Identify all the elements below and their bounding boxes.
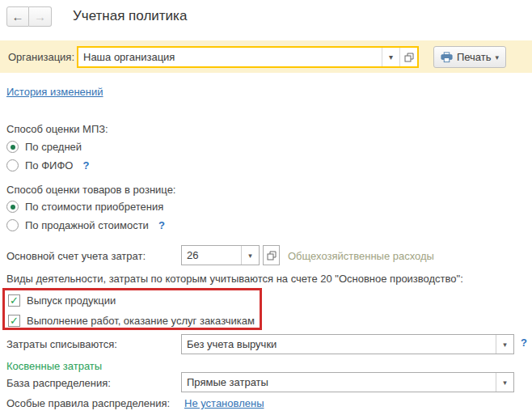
- back-button[interactable]: ←: [6, 6, 29, 27]
- indirect-costs-section-title: Косвенные затраты: [6, 360, 102, 372]
- chevron-down-icon: ▾: [503, 379, 507, 387]
- main-account-value[interactable]: 26: [182, 246, 241, 265]
- radio-label: По ФИФО: [25, 159, 73, 172]
- print-button-label: Печать: [457, 51, 492, 63]
- checkbox-vypusk-produkcii[interactable]: ✓ Выпуск продукции: [8, 294, 116, 307]
- checkbox-checked-icon: ✓: [8, 315, 20, 327]
- accounting-policy-window: ← → Учетная политика Организация: Наша о…: [0, 0, 532, 415]
- radio-selected-icon: [6, 201, 19, 213]
- forward-button[interactable]: →: [29, 6, 52, 27]
- activities-label: Виды деятельности, затраты по которым уч…: [6, 273, 463, 285]
- write-off-dropdown-button[interactable]: ▾: [496, 335, 513, 354]
- open-icon: [404, 53, 414, 62]
- main-account-open-button[interactable]: [263, 245, 280, 265]
- write-off-value[interactable]: Без учета выручки: [182, 335, 496, 354]
- organization-field[interactable]: Наша организация ▾: [77, 46, 419, 68]
- radio-po-fifo[interactable]: По ФИФО ?: [6, 159, 89, 172]
- open-icon: [267, 251, 277, 260]
- checkbox-vypolnenie-rabot[interactable]: ✓ Выполнение работ, оказание услуг заказ…: [8, 315, 255, 327]
- write-off-help-icon[interactable]: ?: [521, 337, 527, 349]
- check-icon: ✓: [10, 295, 19, 306]
- distribution-base-label: База распределения:: [6, 377, 111, 389]
- distribution-base-dropdown-button[interactable]: ▾: [496, 373, 513, 392]
- fifo-help-icon[interactable]: ?: [82, 159, 89, 172]
- special-rules-label: Особые правила распределения:: [6, 397, 170, 409]
- radio-po-sredney[interactable]: По средней: [6, 141, 82, 153]
- radio-unselected-icon: [6, 159, 19, 172]
- radio-po-prodazhnoy-stoimosti[interactable]: По продажной стоимости ?: [6, 219, 165, 231]
- checkbox-label: Выпуск продукции: [27, 294, 116, 307]
- back-arrow-icon: ←: [12, 10, 24, 23]
- org-label: Организация:: [8, 51, 74, 63]
- check-icon: ✓: [10, 315, 19, 326]
- checkbox-checked-icon: ✓: [8, 294, 20, 307]
- write-off-label: Затраты списываются:: [6, 338, 117, 350]
- radio-unselected-icon: [6, 219, 19, 231]
- retail-help-icon[interactable]: ?: [158, 219, 165, 231]
- page-title: Учетная политика: [73, 8, 187, 24]
- organization-value[interactable]: Наша организация: [78, 48, 382, 66]
- organization-open-button[interactable]: [399, 48, 417, 66]
- distribution-base-select[interactable]: Прямые затраты ▾: [181, 372, 514, 392]
- radio-label: По стоимости приобретения: [25, 201, 163, 213]
- forward-arrow-icon: →: [34, 10, 46, 23]
- nav-button-group: ← →: [6, 6, 52, 27]
- distribution-base-value[interactable]: Прямые затраты: [182, 373, 496, 392]
- main-account-dropdown-button[interactable]: ▾: [241, 246, 259, 265]
- special-rules-link[interactable]: Не установлены: [184, 397, 264, 409]
- main-account-field[interactable]: 26 ▾: [181, 245, 260, 265]
- chevron-down-icon: ▾: [389, 53, 393, 61]
- main-account-comment: Общехозяйственные расходы: [288, 250, 434, 262]
- retail-group-label: Способ оценки товаров в рознице:: [6, 184, 175, 196]
- radio-label: По средней: [25, 141, 82, 153]
- write-off-select[interactable]: Без учета выручки ▾: [181, 334, 514, 354]
- history-link[interactable]: История изменений: [6, 86, 103, 98]
- main-account-label: Основной счет учета затрат:: [6, 250, 146, 262]
- checkbox-label: Выполнение работ, оказание услуг заказчи…: [27, 315, 255, 327]
- radio-selected-icon: [6, 141, 19, 153]
- organization-dropdown-button[interactable]: ▾: [382, 48, 399, 66]
- chevron-down-icon: ▾: [503, 341, 507, 349]
- chevron-down-icon: ▾: [496, 53, 500, 61]
- radio-po-stoimosti-priobreteniya[interactable]: По стоимости приобретения: [6, 201, 163, 213]
- print-button[interactable]: Печать ▾: [433, 46, 506, 68]
- mpz-group-label: Способ оценки МПЗ:: [6, 123, 108, 135]
- chevron-down-icon: ▾: [248, 252, 252, 260]
- printer-icon: [441, 52, 453, 63]
- radio-label: По продажной стоимости: [25, 219, 149, 231]
